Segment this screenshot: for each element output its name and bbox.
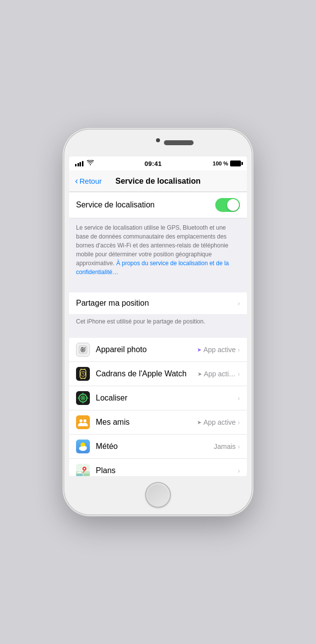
main-toggle-section: Service de localisation <box>69 192 247 218</box>
svg-point-5 <box>85 347 86 348</box>
signal-bar-2 <box>78 163 79 166</box>
signal-bar-3 <box>79 162 81 166</box>
speaker <box>164 140 194 145</box>
location-toggle[interactable] <box>215 198 240 212</box>
svg-rect-36 <box>78 472 81 473</box>
content: Service de localisation Le service de lo… <box>69 192 247 476</box>
app-row-applewatch[interactable]: Cadrans de l'Apple Watch ➤ App acti… › <box>69 362 247 386</box>
screen: 09:41 100 % ‹ Retour Service de localisa… <box>69 157 247 476</box>
app-icon-localiser <box>76 391 90 405</box>
app-label-localiser: Localiser <box>96 394 236 402</box>
svg-point-24 <box>79 419 82 422</box>
camera-chevron-icon: › <box>237 346 240 354</box>
status-bar: 09:41 100 % <box>69 157 247 170</box>
battery-icon <box>230 161 241 166</box>
applewatch-chevron-icon: › <box>237 370 240 378</box>
status-left <box>75 160 94 167</box>
app-label-mesamis: Mes amis <box>96 418 197 427</box>
partager-row[interactable]: Partager ma position › <box>69 292 247 314</box>
mesamis-chevron-icon: › <box>237 418 240 426</box>
separator-2 <box>69 329 247 338</box>
app-status-mesamis: ➤ App active <box>197 418 236 426</box>
plans-chevron-icon: › <box>237 467 240 475</box>
description-text: Le service de localisation utilise le GP… <box>76 223 240 277</box>
location-arrow-camera-icon: ➤ <box>197 347 201 353</box>
app-icon-camera <box>76 343 90 357</box>
app-label-plans: Plans <box>96 466 236 475</box>
app-status-meteo: Jamais <box>214 443 236 450</box>
app-label-camera: Appareil photo <box>96 345 197 354</box>
app-row-camera[interactable]: Appareil photo ➤ App active › <box>69 338 247 362</box>
share-section: Partager ma position › <box>69 292 247 314</box>
signal-bar-4 <box>82 161 83 166</box>
location-arrow-watch-icon: ➤ <box>198 371 202 377</box>
svg-point-35 <box>84 468 85 470</box>
toggle-row: Service de localisation <box>69 192 247 218</box>
svg-rect-23 <box>76 415 90 429</box>
svg-rect-4 <box>81 347 83 348</box>
partager-label: Partager ma position <box>76 299 237 308</box>
share-info-text: Cet iPhone est utilisé pour le partage d… <box>69 314 247 329</box>
home-button[interactable] <box>145 482 171 508</box>
app-row-mesamis[interactable]: Mes amis ➤ App active › <box>69 410 247 435</box>
svg-point-30 <box>79 447 86 451</box>
svg-point-3 <box>82 349 84 351</box>
app-icon-mesamis <box>76 415 90 429</box>
signal-bar-1 <box>75 164 77 166</box>
app-row-plans[interactable]: Plans › <box>69 459 247 476</box>
app-label-meteo: Météo <box>96 442 214 451</box>
description-box: Le service de localisation utilise le GP… <box>69 218 247 283</box>
status-right: 100 % <box>213 161 241 166</box>
status-time: 09:41 <box>145 160 162 167</box>
svg-point-25 <box>83 419 86 422</box>
location-arrow-friends-icon: ➤ <box>197 419 201 426</box>
app-icon-applewatch <box>76 367 90 381</box>
svg-point-18 <box>82 397 84 399</box>
nav-title: Service de localisation <box>75 177 241 186</box>
meteo-chevron-icon: › <box>237 443 240 450</box>
localiser-chevron-icon: › <box>237 394 240 402</box>
nav-bar: ‹ Retour Service de localisation <box>69 170 247 192</box>
partager-chevron-icon: › <box>237 299 240 307</box>
app-label-applewatch: Cadrans de l'Apple Watch <box>96 369 198 378</box>
signal-bars <box>75 161 83 166</box>
toggle-label: Service de localisation <box>76 201 155 209</box>
battery-percent: 100 % <box>213 161 228 166</box>
app-row-meteo[interactable]: Météo Jamais › <box>69 435 247 459</box>
app-icon-plans <box>76 464 90 476</box>
app-status-camera: ➤ App active <box>197 346 236 354</box>
wifi-icon <box>87 160 94 167</box>
app-row-localiser[interactable]: Localiser › <box>69 386 247 410</box>
app-icon-meteo <box>76 440 90 453</box>
app-status-applewatch: ➤ App acti… <box>198 370 236 378</box>
phone-frame: 09:41 100 % ‹ Retour Service de localisa… <box>64 129 252 515</box>
apps-list: Appareil photo ➤ App active › <box>69 338 247 476</box>
separator-1 <box>69 283 247 292</box>
